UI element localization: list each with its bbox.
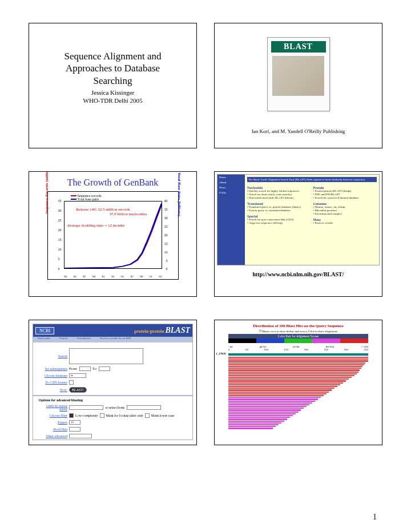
hit-bar[interactable] xyxy=(228,384,340,385)
hit-bar[interactable] xyxy=(228,373,357,374)
book-illustration xyxy=(272,56,324,96)
title-line: Approaches to Database xyxy=(65,62,162,74)
hit-bar[interactable] xyxy=(228,357,368,358)
ytick: 40 xyxy=(164,199,168,203)
color-key-bar xyxy=(228,338,368,343)
hits-instruction: ☐ Mouse-over to show defline and scores.… xyxy=(218,329,378,333)
label-other: Other advanced xyxy=(39,434,67,438)
hit-bar[interactable] xyxy=(228,415,293,416)
y-axis-right-label: Total Base Pairs (billions) xyxy=(177,172,182,216)
hit-bar[interactable] xyxy=(228,422,281,424)
ytick: 20 xyxy=(58,228,62,232)
url-caption: http://www.ncbi.nlm.nih.gov/BLAST/ xyxy=(217,271,380,277)
label-search: Search xyxy=(39,354,67,358)
title-line: Searching xyxy=(65,75,162,87)
chart-annotation: Release 140: 32.5 million records 37.9 b… xyxy=(76,208,147,216)
ytick: 15 xyxy=(58,238,62,241)
book-caption: Ian Korf, and M. Yandell O'Reilly Publis… xyxy=(252,128,345,134)
hit-bar[interactable] xyxy=(228,421,284,422)
ytick: 0 xyxy=(58,267,60,271)
blast-button[interactable]: BLAST! xyxy=(69,387,87,393)
ytick: 15 xyxy=(164,242,168,245)
ytick: 0 xyxy=(166,267,168,271)
label-limit: Limit by entrez query xyxy=(39,404,67,411)
author: Jessica Kissinger xyxy=(65,89,162,96)
ncbi-sidebar: Home About News FAQs xyxy=(217,175,245,265)
label-database: Choose database xyxy=(39,374,67,377)
blast-form-screenshot: NCBI protein-protein BLAST NucleotidePro… xyxy=(33,324,193,440)
label-wordsize: Word Size xyxy=(39,428,67,431)
hit-bar[interactable] xyxy=(228,364,364,365)
hit-bar[interactable] xyxy=(228,369,360,370)
hit-bar[interactable] xyxy=(228,428,273,429)
page-number: 1 xyxy=(373,513,377,522)
slide-ncbi-blast-home: Home About News FAQs The Basic Local Ali… xyxy=(214,171,382,297)
hit-bar[interactable] xyxy=(228,380,346,381)
label-filter: Choose filter xyxy=(39,414,67,417)
hit-bar[interactable] xyxy=(228,375,354,376)
hit-bar[interactable] xyxy=(228,409,301,410)
ytick: 35 xyxy=(58,199,62,203)
ytick: 25 xyxy=(58,219,62,222)
hit-bar[interactable] xyxy=(228,382,343,384)
x-ticks: '83'85'87'89'91'93'95'97'99'01'03 xyxy=(64,275,162,278)
slide-blast-form: NCBI protein-protein BLAST NucleotidePro… xyxy=(29,320,197,445)
ytick: 30 xyxy=(164,216,168,220)
slide-blast-hits: Distribution of 100 Blast Hits on the Qu… xyxy=(214,320,382,445)
hit-bar[interactable] xyxy=(228,378,349,380)
hit-bar[interactable] xyxy=(228,366,362,367)
slide-title: Sequence Alignment and Approaches to Dat… xyxy=(29,23,197,148)
hit-bar[interactable] xyxy=(228,404,309,405)
hit-bar[interactable] xyxy=(228,386,337,387)
hit-bar[interactable] xyxy=(228,360,368,361)
ytick: 30 xyxy=(58,209,62,212)
hit-bar[interactable] xyxy=(228,401,315,402)
book-cover: BLAST xyxy=(267,37,330,111)
color-key-label: Color Key for Alignment Scores xyxy=(228,334,368,338)
query-label: 1_17829 xyxy=(216,352,226,355)
label-subsequence: Set subsequence xyxy=(39,367,67,370)
hit-bar[interactable] xyxy=(228,389,332,390)
slide-genbank-chart: The Growth of GenBank Sequence records T… xyxy=(29,171,197,297)
hit-bar[interactable] xyxy=(228,388,335,389)
options-heading: Options for advanced blasting xyxy=(39,398,187,402)
ytick: 20 xyxy=(164,233,168,237)
hit-bar[interactable] xyxy=(228,398,318,400)
chart-annotation: Average doubling time = 12 months xyxy=(67,223,125,228)
hit-bar[interactable] xyxy=(228,372,358,373)
hit-bar[interactable] xyxy=(228,408,304,409)
ncbi-screenshot: Home About News FAQs The Basic Local Ali… xyxy=(217,174,380,265)
ytick: 10 xyxy=(58,248,62,251)
hit-bar[interactable] xyxy=(228,418,287,420)
hit-bars: 1_17829 xyxy=(228,353,368,429)
hit-bar[interactable] xyxy=(228,424,279,425)
hit-bar[interactable] xyxy=(228,358,368,360)
hit-bar[interactable] xyxy=(228,412,299,413)
hit-bar[interactable] xyxy=(228,392,329,393)
title-line: Sequence Alignment and xyxy=(65,50,162,62)
hit-bar[interactable] xyxy=(228,417,290,418)
label-expect: Expect xyxy=(39,421,67,424)
hit-bar[interactable] xyxy=(228,402,312,404)
label-cds: Do CDS feature xyxy=(39,381,67,384)
chart-area: Sequence records Total base pairs Sequen… xyxy=(47,191,179,280)
book-title: BLAST xyxy=(271,41,326,53)
hit-bar[interactable] xyxy=(228,362,365,364)
event: WHO-TDR Delhi 2005 xyxy=(65,97,162,104)
hit-bar[interactable] xyxy=(228,368,361,369)
hit-bar[interactable] xyxy=(228,413,296,414)
ytick: 10 xyxy=(164,251,168,254)
slide-book: BLAST Ian Korf, and M. Yandell O'Reilly … xyxy=(214,23,382,148)
hit-bar[interactable] xyxy=(228,426,276,427)
hit-bar[interactable] xyxy=(228,395,324,396)
hit-bar[interactable] xyxy=(228,397,321,398)
chart-title: The Growth of GenBank xyxy=(33,178,193,188)
hit-bar[interactable] xyxy=(228,406,307,407)
hit-bar[interactable] xyxy=(228,393,327,394)
blast-tabs[interactable]: NucleotideProteinTranslationsRetrieve re… xyxy=(33,337,192,342)
ytick: 25 xyxy=(164,225,168,228)
hit-bar[interactable] xyxy=(228,377,352,378)
blast-logo: protein-protein BLAST xyxy=(134,326,190,335)
chart-legend: Sequence records Total base pairs xyxy=(71,194,102,201)
ncbi-logo: NCBI xyxy=(35,327,54,334)
